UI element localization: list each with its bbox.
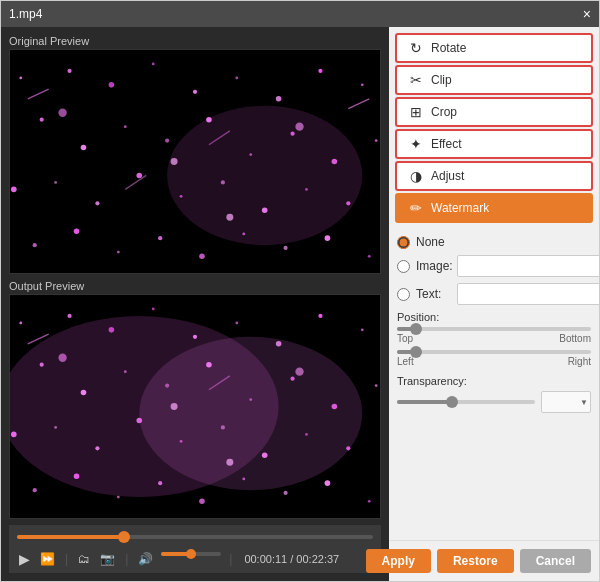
output-preview-label: Output Preview xyxy=(9,280,381,292)
svg-point-81 xyxy=(180,440,183,443)
svg-point-18 xyxy=(165,139,169,143)
left-right-thumb[interactable] xyxy=(410,346,422,358)
watermark-image-radio[interactable] xyxy=(397,260,410,273)
watermark-image-row: Image: ... xyxy=(397,255,591,277)
apply-button[interactable]: Apply xyxy=(366,549,431,573)
progress-bar-container[interactable] xyxy=(17,529,373,545)
svg-point-70 xyxy=(124,370,127,373)
svg-point-88 xyxy=(74,473,80,479)
transparency-input-wrap: 50% ▼ xyxy=(541,391,591,413)
volume-track[interactable] xyxy=(161,552,221,556)
volume-button[interactable]: 🔊 xyxy=(136,550,155,568)
svg-point-9 xyxy=(235,76,238,79)
crop-button[interactable]: ⊞ Crop xyxy=(395,97,593,127)
transparency-row: 50% ▼ xyxy=(397,391,591,413)
svg-point-7 xyxy=(152,63,155,66)
clip-label: Clip xyxy=(431,73,452,87)
svg-point-32 xyxy=(305,188,308,191)
watermark-button[interactable]: ✏ Watermark xyxy=(395,193,593,223)
watermark-none-radio[interactable] xyxy=(397,236,410,249)
cancel-button[interactable]: Cancel xyxy=(520,549,591,573)
clip-button[interactable]: ✂ Clip xyxy=(395,65,593,95)
svg-point-83 xyxy=(262,452,268,458)
watermark-text-input[interactable] xyxy=(457,283,599,305)
watermark-image-input[interactable] xyxy=(457,255,599,277)
adjust-button[interactable]: ◑ Adjust xyxy=(395,161,593,191)
playback-controls: ▶ ⏩ | 🗂 📷 | 🔊 | 00:00:11 / 00:22:37 xyxy=(17,549,373,569)
progress-thumb[interactable] xyxy=(118,531,130,543)
transparency-thumb[interactable] xyxy=(446,396,458,408)
svg-point-40 xyxy=(199,253,205,259)
svg-point-29 xyxy=(180,195,183,198)
svg-point-80 xyxy=(136,418,142,424)
transparency-input[interactable]: 50% xyxy=(541,391,591,413)
title-bar: 1.mp4 × xyxy=(1,1,599,27)
svg-point-6 xyxy=(109,82,115,88)
svg-point-17 xyxy=(124,125,127,128)
left-right-slider-container[interactable]: Left Right xyxy=(397,350,591,367)
main-window: 1.mp4 × Original Preview xyxy=(0,0,600,582)
svg-point-31 xyxy=(262,207,268,213)
svg-point-92 xyxy=(242,478,245,481)
top-bottom-track[interactable] xyxy=(397,327,591,331)
top-bottom-thumb[interactable] xyxy=(410,323,422,335)
folder-button[interactable]: 🗂 xyxy=(76,550,92,568)
svg-point-73 xyxy=(249,398,252,401)
top-label: Top xyxy=(397,333,413,344)
svg-point-41 xyxy=(242,233,245,236)
clip-icon: ✂ xyxy=(407,72,425,88)
window-title: 1.mp4 xyxy=(9,7,42,21)
svg-point-37 xyxy=(74,228,80,234)
rotate-icon: ↻ xyxy=(407,40,425,56)
svg-point-16 xyxy=(81,145,87,151)
volume-thumb[interactable] xyxy=(186,549,196,559)
bottom-label: Bottom xyxy=(559,333,591,344)
original-scene xyxy=(10,50,380,273)
svg-point-21 xyxy=(290,132,294,136)
position-section: Position: Top Bottom xyxy=(397,311,591,367)
left-label: Left xyxy=(397,356,414,367)
svg-point-79 xyxy=(95,446,99,450)
svg-point-49 xyxy=(226,214,233,221)
svg-point-20 xyxy=(249,153,252,156)
restore-button[interactable]: Restore xyxy=(437,549,514,573)
separator1: | xyxy=(65,552,68,566)
svg-point-22 xyxy=(332,159,338,165)
svg-point-96 xyxy=(58,354,66,362)
transparency-track[interactable] xyxy=(397,400,535,404)
tool-buttons: ↻ Rotate ✂ Clip ⊞ Crop ✦ Effect ◑ Adju xyxy=(389,27,599,227)
svg-point-66 xyxy=(361,328,364,331)
watermark-icon: ✏ xyxy=(407,200,425,216)
top-bottom-slider-container[interactable]: Top Bottom xyxy=(397,327,591,344)
svg-point-72 xyxy=(206,362,212,368)
watermark-text-label: Text: xyxy=(416,287,451,301)
svg-point-82 xyxy=(221,425,225,429)
svg-point-10 xyxy=(276,96,282,102)
play-button[interactable]: ▶ xyxy=(17,549,32,569)
svg-point-69 xyxy=(81,390,87,396)
svg-point-62 xyxy=(193,335,197,339)
svg-point-91 xyxy=(199,498,205,504)
svg-point-26 xyxy=(54,181,57,184)
svg-point-77 xyxy=(11,432,17,438)
volume-slider-container[interactable] xyxy=(161,552,221,566)
svg-point-42 xyxy=(284,246,288,250)
svg-point-2 xyxy=(167,106,362,245)
rotate-button[interactable]: ↻ Rotate xyxy=(395,33,593,63)
svg-point-8 xyxy=(193,90,197,94)
close-button[interactable]: × xyxy=(583,7,591,21)
progress-track[interactable] xyxy=(17,535,373,539)
left-right-track[interactable] xyxy=(397,350,591,354)
watermark-text-radio[interactable] xyxy=(397,288,410,301)
svg-point-12 xyxy=(361,83,364,86)
left-right-labels: Left Right xyxy=(397,356,591,367)
camera-button[interactable]: 📷 xyxy=(98,550,117,568)
svg-point-30 xyxy=(221,180,225,184)
svg-point-4 xyxy=(19,76,22,79)
left-panel: Original Preview xyxy=(1,27,389,581)
svg-point-74 xyxy=(290,377,294,381)
watermark-panel: None Image: ... Text: T 🗑 xyxy=(389,227,599,540)
forward-button[interactable]: ⏩ xyxy=(38,550,57,568)
svg-point-64 xyxy=(276,341,282,347)
effect-button[interactable]: ✦ Effect xyxy=(395,129,593,159)
